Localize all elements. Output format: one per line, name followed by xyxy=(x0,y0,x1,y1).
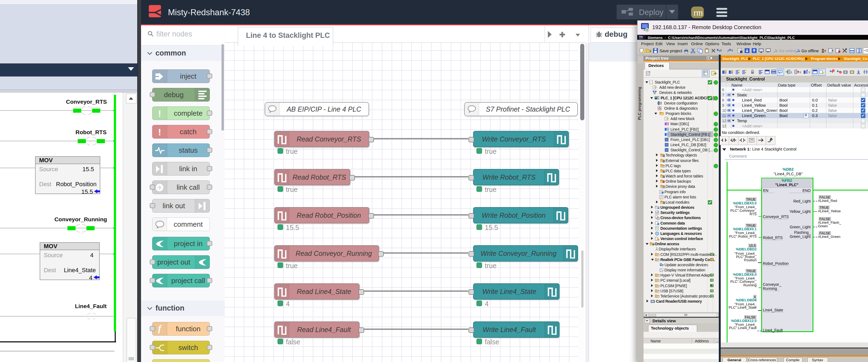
svg-text:??: ?? xyxy=(750,139,753,142)
